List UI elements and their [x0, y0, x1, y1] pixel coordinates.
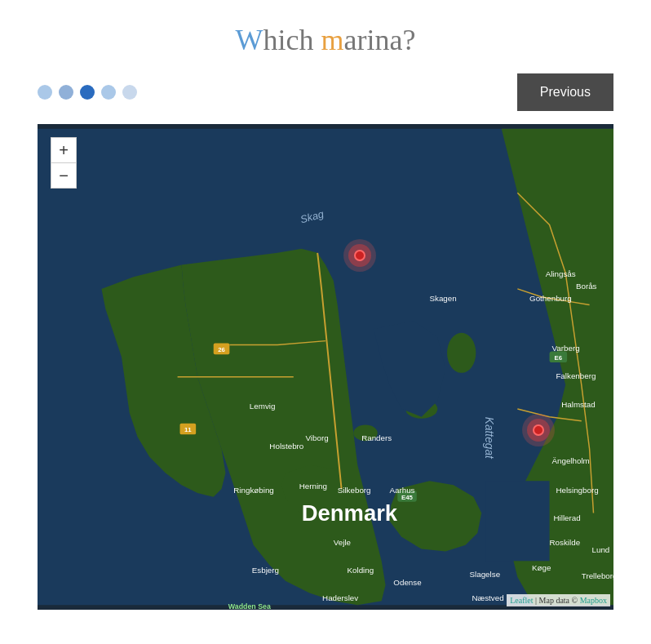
page-title: Which marina?	[0, 0, 651, 73]
svg-text:Roskilde: Roskilde	[550, 538, 581, 547]
zoom-in-button[interactable]: +	[51, 138, 76, 162]
svg-text:Trelleborg: Trelleborg	[582, 571, 613, 580]
svg-text:Silkeborg: Silkeborg	[338, 486, 371, 495]
zoom-out-button[interactable]: −	[51, 163, 76, 188]
svg-text:Vejle: Vejle	[334, 538, 352, 547]
svg-text:Randers: Randers	[361, 433, 392, 442]
controls-row: Previous	[0, 73, 651, 124]
previous-button[interactable]: Previous	[517, 73, 613, 111]
svg-text:Haderslev: Haderslev	[322, 593, 358, 602]
dot-3[interactable]	[80, 85, 95, 100]
dot-4[interactable]	[101, 85, 116, 100]
svg-text:Køge: Køge	[532, 563, 551, 572]
svg-text:E45: E45	[401, 494, 414, 501]
dot-5[interactable]	[122, 85, 137, 100]
svg-text:Næstved: Næstved	[472, 593, 503, 602]
svg-text:Holstebro: Holstebro	[269, 442, 303, 451]
svg-text:Skagen: Skagen	[429, 294, 456, 303]
svg-text:Ängelholm: Ängelholm	[551, 456, 589, 465]
svg-text:Varberg: Varberg	[551, 344, 579, 353]
svg-text:26: 26	[218, 346, 225, 353]
svg-text:Falkenberg: Falkenberg	[556, 371, 596, 380]
svg-text:E6: E6	[555, 354, 563, 362]
svg-text:Hillerad: Hillerad	[553, 513, 580, 522]
svg-text:Aarhus: Aarhus	[389, 486, 414, 495]
map-attribution: Leaflet | Map data © Mapbox	[507, 594, 610, 606]
map-zoom-controls: + −	[51, 137, 77, 189]
dot-1[interactable]	[38, 85, 52, 100]
svg-text:Kolding: Kolding	[347, 566, 374, 575]
marker-roskilde[interactable]	[522, 414, 555, 446]
svg-text:Alingsås: Alingsås	[546, 269, 576, 278]
svg-text:Wadden Sea: Wadden Sea	[228, 602, 271, 610]
svg-text:Lemvig: Lemvig	[250, 402, 276, 411]
map-background: E6 E45 26 11 Skag Kattegat Skagen Hjørri…	[38, 124, 613, 610]
svg-text:Viborg: Viborg	[305, 433, 328, 442]
svg-text:Ringkøbing: Ringkøbing	[233, 486, 274, 495]
svg-text:Kattegat: Kattegat	[483, 417, 495, 460]
svg-text:Borås: Borås	[576, 282, 597, 291]
svg-text:Esbjerg: Esbjerg	[252, 566, 279, 575]
dot-2[interactable]	[59, 85, 73, 100]
progress-dots	[38, 85, 137, 100]
svg-text:Denmark: Denmark	[302, 500, 398, 526]
svg-text:Odense: Odense	[393, 578, 422, 587]
svg-text:Lund: Lund	[592, 545, 610, 554]
svg-text:11: 11	[184, 426, 192, 433]
svg-text:Halmstad: Halmstad	[561, 400, 595, 409]
svg-rect-53	[485, 481, 549, 561]
svg-text:Helsingborg: Helsingborg	[556, 486, 598, 495]
mapbox-link[interactable]: Mapbox	[580, 596, 607, 605]
marker-aalborg[interactable]	[343, 239, 376, 272]
svg-point-3	[447, 333, 476, 373]
leaflet-link[interactable]: Leaflet	[510, 596, 533, 605]
svg-text:Gothenburg: Gothenburg	[529, 294, 572, 303]
map-container: E6 E45 26 11 Skag Kattegat Skagen Hjørri…	[38, 124, 613, 610]
svg-text:Herning: Herning	[299, 482, 327, 491]
svg-text:Slagelse: Slagelse	[470, 570, 501, 579]
